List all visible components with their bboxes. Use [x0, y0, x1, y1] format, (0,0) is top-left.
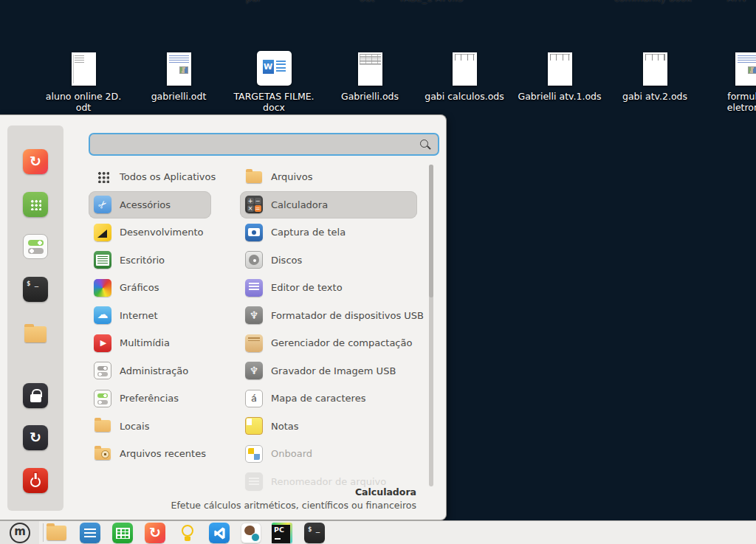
graphics-icon	[94, 279, 111, 297]
system-settings-icon[interactable]	[23, 234, 48, 259]
selected-app-description: Efetue cálculos aritméticos, científicos…	[171, 500, 416, 511]
usb-icon	[245, 306, 263, 324]
category-administration[interactable]: Administração	[89, 357, 211, 385]
app-archive-manager[interactable]: Gerenciador de compactação	[240, 329, 417, 357]
folder-icon	[245, 168, 263, 186]
app-files[interactable]: Arquivos	[240, 163, 417, 191]
category-office[interactable]: Escritório	[89, 247, 211, 275]
desktop-icon-label: TARGETAS FILME.docx	[233, 91, 314, 113]
scrollbar-thumb[interactable]	[429, 165, 433, 297]
menu-button[interactable]	[0, 521, 39, 544]
pycharm-launcher[interactable]	[272, 523, 292, 543]
taskbar-separator	[43, 523, 44, 542]
cloud-icon	[94, 306, 111, 324]
search-input[interactable]	[90, 134, 438, 154]
files-launcher[interactable]	[46, 523, 66, 543]
cutoff-file-label: TABE_1 ATV.IS	[399, 0, 464, 4]
firefox-launcher[interactable]	[145, 523, 165, 543]
software-manager-icon[interactable]	[23, 192, 48, 217]
app-text-editor[interactable]: Editor de texto	[240, 274, 417, 302]
terminal-launcher[interactable]	[304, 523, 325, 543]
notes-icon	[245, 417, 263, 435]
office-icon	[94, 251, 111, 269]
desktop-icon-label: gabrielli.odt	[151, 91, 207, 102]
document-thumbnail-icon	[72, 52, 96, 86]
spreadsheet-thumbnail-icon	[453, 52, 477, 86]
libreoffice-writer-launcher[interactable]	[80, 523, 100, 543]
folder-icon	[47, 526, 66, 540]
desktop-icon-label: formuláreletronic	[727, 91, 756, 113]
calculator-icon	[245, 196, 263, 213]
app-list-scrollbar[interactable]	[429, 165, 433, 486]
desktop-icon-gabrielli-atv1[interactable]: Gabrielli atv.1.ods	[515, 47, 604, 102]
document-thumbnail-icon	[167, 52, 191, 86]
menu-sidebar	[7, 125, 63, 511]
lock-screen-icon[interactable]	[23, 383, 48, 408]
app-disks[interactable]: Discos	[240, 247, 417, 275]
archive-icon	[245, 334, 263, 352]
category-multimedia[interactable]: Multimídia	[89, 329, 211, 357]
category-places[interactable]: Locais	[89, 413, 211, 441]
vscode-launcher[interactable]	[209, 523, 230, 543]
development-icon	[94, 224, 111, 241]
libreoffice-calc-launcher[interactable]	[112, 523, 133, 543]
word-document-icon	[257, 51, 292, 86]
desktop-icon-label: gabi atv.2.ods	[622, 91, 687, 102]
desktop-icon-gabrielli-ods[interactable]: Gabrielli.ods	[326, 47, 414, 102]
desktop-icon-gabrielli-odt[interactable]: gabrielli.odt	[134, 47, 223, 102]
category-preferences[interactable]: Preferências	[89, 385, 211, 413]
app-screenshot[interactable]: Captura de tela	[240, 218, 417, 247]
desktop-icon-gabi-atv2[interactable]: gabi atv.2.ods	[611, 47, 699, 102]
usb-icon	[245, 362, 263, 379]
desktop-icon-gabi-calculos[interactable]: gabi calculos.ods	[420, 47, 509, 102]
files-icon[interactable]	[23, 322, 48, 347]
lightbulb-launcher[interactable]	[177, 523, 198, 543]
desktop-icon-label: gabi calculos.ods	[425, 91, 504, 102]
character-map-icon	[245, 390, 263, 407]
desktop-icon-label: aluno online 2D.odt	[46, 91, 121, 113]
scissors-icon	[94, 196, 111, 213]
toggles-icon	[94, 390, 111, 407]
app-usb-formatter[interactable]: Formatador de dispositivos USB	[240, 302, 417, 330]
cutoff-file-label: ATIV	[727, 0, 747, 4]
onboard-icon	[245, 445, 263, 463]
document-thumbnail-icon	[735, 52, 756, 86]
category-accessories[interactable]: Acessórios	[89, 191, 211, 219]
application-list: Arquivos Calculadora Captura de tela Dis…	[240, 163, 417, 495]
dbeaver-launcher[interactable]	[241, 523, 261, 543]
category-all-applications[interactable]: Todos os Aplicativos	[89, 163, 211, 191]
app-calculator[interactable]: Calculadora	[240, 191, 417, 219]
category-recent-files[interactable]: Arquivos recentes	[89, 440, 211, 468]
text-editor-icon	[245, 279, 263, 297]
cutoff-file-label: community book	[614, 0, 692, 4]
play-icon	[94, 334, 111, 352]
logout-icon[interactable]	[23, 425, 48, 450]
app-onboard[interactable]: Onboard	[240, 440, 417, 468]
desktop-icon-targetas-filme[interactable]: TARGETAS FILME.docx	[230, 47, 318, 113]
terminal-icon[interactable]	[23, 277, 48, 302]
category-internet[interactable]: Internet	[89, 302, 211, 330]
mint-logo-icon	[10, 523, 30, 543]
firefox-icon[interactable]	[23, 149, 48, 174]
app-notes[interactable]: Notas	[240, 413, 417, 441]
padlock-icon	[30, 394, 41, 402]
app-character-map[interactable]: Mapa de caracteres	[240, 385, 417, 413]
power-icon	[30, 477, 41, 487]
disk-icon	[245, 251, 263, 269]
grid-icon	[94, 168, 111, 186]
vscode-icon	[213, 526, 227, 540]
desktop-icon-formulario[interactable]: formuláreletronic	[703, 47, 756, 113]
category-development[interactable]: Desenvolvimento	[89, 218, 211, 247]
selected-app-title: Calculadora	[171, 486, 416, 497]
shutdown-icon[interactable]	[23, 468, 48, 493]
category-graphics[interactable]: Gráficos	[89, 274, 211, 302]
search-icon	[420, 140, 428, 148]
app-usb-image-writer[interactable]: Gravador de Imagem USB	[240, 357, 417, 385]
spreadsheet-thumbnail-icon	[548, 52, 572, 86]
lightbulb-icon	[182, 525, 193, 537]
switches-icon	[94, 362, 111, 379]
pycharm-icon	[275, 538, 281, 540]
desktop-icon-aluno-online[interactable]: aluno online 2D.odt	[39, 47, 128, 113]
cutoff-file-label: odt	[360, 0, 374, 4]
category-list: Todos os Aplicativos Acessórios Desenvol…	[89, 163, 211, 468]
